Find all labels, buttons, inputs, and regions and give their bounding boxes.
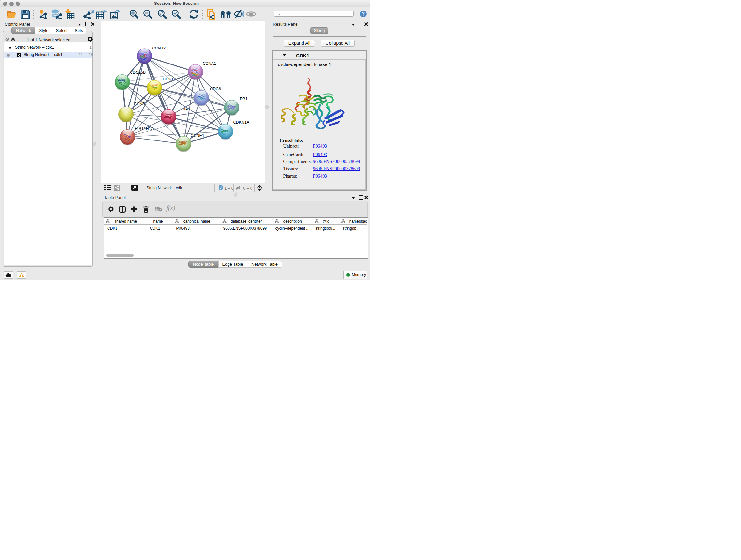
svg-text:CCNB2: CCNB2 — [152, 46, 165, 51]
svg-text:CCNA1: CCNA1 — [203, 61, 216, 66]
svg-text:CDKN1A: CDKN1A — [233, 120, 250, 125]
svg-text:CCNE1: CCNE1 — [191, 133, 204, 138]
svg-text:CDC6: CDC6 — [210, 87, 221, 91]
svg-text:RB1: RB1 — [240, 97, 248, 101]
svg-text:CCNA2: CCNA2 — [177, 107, 190, 111]
svg-text:CCNB1: CCNB1 — [134, 102, 147, 106]
svg-text:CDK1: CDK1 — [163, 77, 173, 81]
svg-text:CDC25B: CDC25B — [130, 70, 145, 75]
svg-text:HIST1H1A: HIST1H1A — [135, 126, 154, 131]
